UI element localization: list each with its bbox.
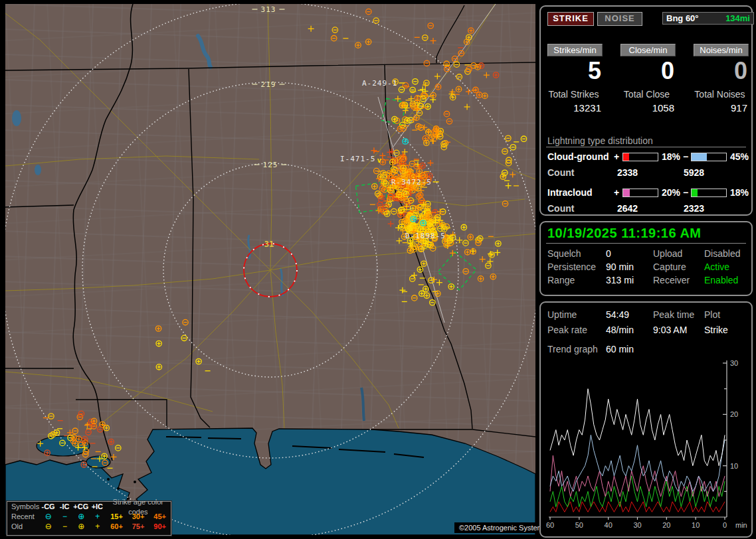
app-window: { "map": { "copyright": "©2005 Astrogeni… — [0, 0, 756, 539]
ic-plus-pct: 20% — [662, 187, 680, 198]
trend-graph: 1020306050403020100min — [541, 356, 751, 536]
age-75: 75+ — [128, 522, 149, 532]
svg-text:10: 10 — [692, 521, 700, 529]
legend-recent-label: Recent — [7, 512, 40, 522]
status-row-1: Squelch 0 Upload Disabled — [541, 248, 751, 260]
upload-label: Upload — [653, 248, 682, 259]
total-strikes-value: 13231 — [547, 102, 601, 114]
plus-icon: + — [90, 512, 106, 522]
uptime-label: Uptime — [547, 309, 577, 320]
peak-time-value: 9:03 AM — [653, 325, 687, 335]
svg-text:30: 30 — [633, 521, 641, 529]
squelch-label: Squelch — [547, 248, 581, 259]
svg-text:60: 60 — [546, 521, 554, 529]
peak-rate-value: 48/min — [606, 325, 634, 335]
close-per-min-chip[interactable]: Close/min — [620, 44, 676, 56]
map-canvas: 31321912531A-249-1I-471-5vR-3472-5D-1898… — [5, 4, 535, 535]
copyright-text: ©2005 Astrogenic Systems — [454, 522, 551, 533]
legend-col-nic: -IC — [56, 502, 73, 512]
datetime-display: 10/19/2025 11:19:16 AM — [547, 226, 702, 241]
legend-header: Symbols -CG -IC +CG +IC Strike age color… — [7, 502, 171, 512]
minus-sign: − — [683, 187, 688, 198]
svg-text:20: 20 — [730, 410, 738, 418]
minus-icon: − — [56, 512, 73, 522]
peak-time-label: Peak time — [653, 309, 694, 320]
persistence-value: 90 min — [606, 262, 634, 272]
age-90: 90+ — [149, 522, 171, 532]
legend-row-old: Old ⊖ − ⊕ + 60+ 75+ 90+ — [7, 522, 171, 532]
trend-graph-row: Trend graph 60 min — [541, 344, 751, 356]
noises-per-min-chip[interactable]: Noises/min — [694, 44, 749, 56]
capture-status: Active — [704, 262, 729, 272]
plus-icon: + — [90, 522, 106, 532]
ic-minus-count: 2323 — [684, 203, 704, 214]
bearing-distance: 134mi — [725, 13, 750, 24]
minus-icon: − — [56, 522, 73, 532]
age-15: 15+ — [106, 512, 128, 522]
total-strikes-label: Total Strikes — [546, 89, 601, 100]
ic-plus-bar — [622, 189, 658, 197]
svg-text:313: 313 — [261, 5, 276, 14]
svg-text:40: 40 — [605, 521, 613, 529]
divider — [546, 147, 746, 147]
legend-symbols-title: Symbols — [7, 502, 40, 512]
capture-label: Capture — [653, 262, 686, 272]
symbols-legend: Symbols -CG -IC +CG +IC Strike age color… — [7, 501, 171, 536]
svg-text:A-249-1: A-249-1 — [362, 79, 397, 88]
status-panel: 10/19/2025 11:19:16 AM Squelch 0 Upload … — [539, 221, 753, 296]
plus-sign: + — [614, 151, 619, 162]
cloud-ground-row: Cloud-ground + 18% − 45% — [547, 151, 747, 162]
status-row-2: Persistence 90 min Capture Active — [541, 262, 751, 273]
age-30: 30+ — [128, 512, 149, 522]
trend-panel: Uptime 54:49 Peak time Plot Peak rate 48… — [539, 301, 753, 538]
legend-row-recent: Recent ⊖ − ⊕ + 15+ 30+ 45+ — [7, 512, 171, 522]
peak-rate-label: Peak rate — [547, 325, 587, 335]
cg-minus-bar — [691, 153, 727, 161]
legend-col-pcg: +CG — [72, 502, 89, 512]
plot-mode-value: Strike — [704, 325, 728, 335]
intracloud-label: Intracloud — [547, 187, 593, 198]
ic-minus-pct: 18% — [730, 187, 749, 198]
svg-text:D-1898-5: D-1898-5 — [405, 232, 446, 240]
plus-sign: + — [614, 187, 619, 198]
strike-stats-panel: STRIKE NOISE Bng 60° 134mi Strikes/min C… — [539, 5, 753, 216]
svg-text:31: 31 — [264, 240, 274, 249]
trend-graph-window: 60 min — [606, 344, 634, 354]
cg-minus-count: 5928 — [684, 167, 704, 178]
legend-old-label: Old — [7, 522, 40, 532]
legend-col-pic: +IC — [89, 502, 106, 512]
total-close-value: 1058 — [620, 102, 674, 114]
lightning-map[interactable]: 31321912531A-249-1I-471-5vR-3472-5D-1898… — [5, 4, 535, 535]
svg-text:I-471-5: I-471-5 — [340, 155, 375, 163]
noises-per-min-value: 0 — [694, 57, 747, 85]
uptime-value: 54:49 — [606, 309, 629, 320]
receiver-status: Enabled — [704, 275, 738, 285]
trend-graph-label: Trend graph — [547, 344, 598, 354]
squelch-value: 0 — [606, 248, 611, 259]
ic-minus-bar — [691, 189, 727, 197]
count-label: Count — [547, 203, 574, 214]
svg-text:30: 30 — [730, 359, 738, 367]
cg-plus-bar — [622, 153, 658, 161]
circle-minus-icon: ⊖ — [40, 522, 56, 532]
circle-plus-icon: ⊕ — [73, 512, 90, 522]
info-row-1: Uptime 54:49 Peak time Plot — [541, 309, 751, 321]
svg-text:20: 20 — [662, 521, 670, 529]
intracloud-row: Intracloud + 20% − 18% — [547, 187, 747, 198]
circle-plus-icon: ⊕ — [73, 522, 90, 532]
circle-minus-icon: ⊖ — [40, 512, 56, 522]
strikes-per-min-chip[interactable]: Strikes/min — [547, 44, 603, 56]
receiver-label: Receiver — [653, 275, 690, 285]
range-label: Range — [547, 275, 575, 285]
svg-text:125: 125 — [263, 161, 278, 169]
info-row-2: Peak rate 48/min 9:03 AM Strike — [541, 325, 751, 337]
upload-status: Disabled — [704, 248, 740, 259]
svg-text:0: 0 — [723, 521, 727, 529]
noise-button[interactable]: NOISE — [597, 12, 642, 26]
svg-text:min: min — [735, 521, 747, 529]
svg-text:R-3472-5: R-3472-5 — [391, 178, 432, 187]
strike-button[interactable]: STRIKE — [547, 12, 594, 26]
strikes-per-min-value: 5 — [547, 57, 601, 85]
persistence-label: Persistence — [547, 262, 596, 272]
total-noises-value: 917 — [694, 102, 747, 114]
